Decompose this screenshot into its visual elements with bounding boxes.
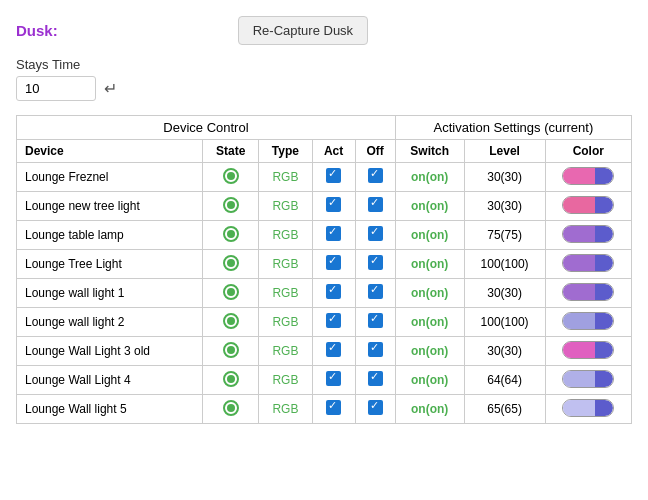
off-checkbox[interactable] [355,308,395,337]
col-switch: Switch [395,140,464,163]
color-swatch-cell[interactable] [545,192,631,221]
switch-value: on(on) [395,221,464,250]
device-name: Lounge wall light 1 [17,279,203,308]
act-check-icon [326,342,341,357]
stays-input[interactable] [16,76,96,101]
color-swatch [562,225,614,243]
state-indicator[interactable] [203,250,259,279]
switch-value: on(on) [395,279,464,308]
act-check-icon [326,313,341,328]
group2-header: Activation Settings (current) [395,116,631,140]
color-swatch [562,167,614,185]
state-circle [223,168,239,184]
state-indicator[interactable] [203,308,259,337]
act-checkbox[interactable] [312,308,355,337]
col-off: Off [355,140,395,163]
col-type: Type [259,140,312,163]
table-row: Lounge Tree LightRGBon(on)100(100) [17,250,632,279]
act-checkbox[interactable] [312,163,355,192]
header: Dusk: Re-Capture Dusk [16,16,632,45]
act-checkbox[interactable] [312,279,355,308]
state-indicator[interactable] [203,163,259,192]
table-row: Lounge wall light 2RGBon(on)100(100) [17,308,632,337]
act-check-icon [326,255,341,270]
act-check-icon [326,284,341,299]
state-indicator[interactable] [203,337,259,366]
device-name: Lounge Wall Light 3 old [17,337,203,366]
table-row: Lounge Wall light 5RGBon(on)65(65) [17,395,632,424]
col-color: Color [545,140,631,163]
off-check-icon [368,284,383,299]
state-indicator[interactable] [203,395,259,424]
act-checkbox[interactable] [312,250,355,279]
act-checkbox[interactable] [312,337,355,366]
act-checkbox[interactable] [312,366,355,395]
off-check-icon [368,400,383,415]
table-row: Lounge new tree lightRGBon(on)30(30) [17,192,632,221]
color-swatch [562,254,614,272]
act-check-icon [326,197,341,212]
level-value: 64(64) [464,366,545,395]
table-row: Lounge Wall Light 4RGBon(on)64(64) [17,366,632,395]
state-indicator[interactable] [203,192,259,221]
level-value: 30(30) [464,337,545,366]
device-type: RGB [259,163,312,192]
table-row: Lounge Wall Light 3 oldRGBon(on)30(30) [17,337,632,366]
color-swatch-cell[interactable] [545,163,631,192]
recapture-button[interactable]: Re-Capture Dusk [238,16,368,45]
table-row: Lounge table lampRGBon(on)75(75) [17,221,632,250]
off-checkbox[interactable] [355,366,395,395]
table-row: Lounge wall light 1RGBon(on)30(30) [17,279,632,308]
off-checkbox[interactable] [355,163,395,192]
device-type: RGB [259,221,312,250]
col-level: Level [464,140,545,163]
color-swatch [562,341,614,359]
state-indicator[interactable] [203,221,259,250]
color-swatch-cell[interactable] [545,221,631,250]
off-check-icon [368,255,383,270]
col-device: Device [17,140,203,163]
device-type: RGB [259,192,312,221]
col-act: Act [312,140,355,163]
off-checkbox[interactable] [355,221,395,250]
level-value: 75(75) [464,221,545,250]
color-swatch-cell[interactable] [545,250,631,279]
state-indicator[interactable] [203,279,259,308]
act-checkbox[interactable] [312,395,355,424]
device-name: Lounge Tree Light [17,250,203,279]
enter-icon[interactable]: ↵ [104,79,117,98]
stays-section: Stays Time ↵ [16,57,632,101]
off-check-icon [368,313,383,328]
device-name: Lounge Wall light 5 [17,395,203,424]
switch-value: on(on) [395,192,464,221]
off-checkbox[interactable] [355,395,395,424]
state-circle [223,313,239,329]
color-swatch-cell[interactable] [545,366,631,395]
act-checkbox[interactable] [312,192,355,221]
level-value: 65(65) [464,395,545,424]
device-type: RGB [259,308,312,337]
device-name: Lounge new tree light [17,192,203,221]
act-checkbox[interactable] [312,221,355,250]
color-swatch [562,312,614,330]
level-value: 30(30) [464,192,545,221]
off-checkbox[interactable] [355,279,395,308]
off-checkbox[interactable] [355,250,395,279]
off-checkbox[interactable] [355,192,395,221]
color-swatch-cell[interactable] [545,308,631,337]
color-swatch-cell[interactable] [545,337,631,366]
color-swatch [562,370,614,388]
state-circle [223,284,239,300]
off-checkbox[interactable] [355,337,395,366]
device-type: RGB [259,395,312,424]
device-type: RGB [259,250,312,279]
color-swatch-cell[interactable] [545,279,631,308]
off-check-icon [368,168,383,183]
device-name: Lounge table lamp [17,221,203,250]
state-circle [223,400,239,416]
switch-value: on(on) [395,366,464,395]
state-indicator[interactable] [203,366,259,395]
color-swatch-cell[interactable] [545,395,631,424]
off-check-icon [368,342,383,357]
col-state: State [203,140,259,163]
